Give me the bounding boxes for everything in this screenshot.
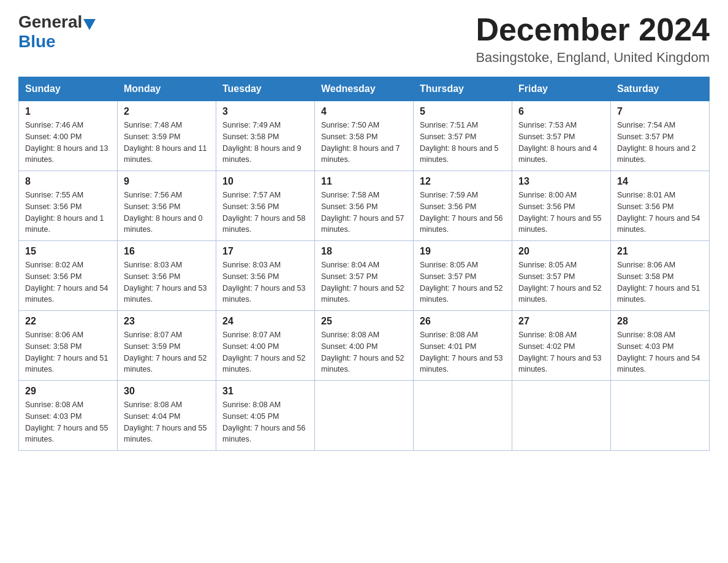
day-number: 1 [25,106,111,117]
day-info: Sunrise: 7:48 AMSunset: 3:59 PMDaylight:… [124,120,210,166]
day-number: 21 [617,246,703,257]
calendar-week-row: 22Sunrise: 8:06 AMSunset: 3:58 PMDayligh… [19,311,710,381]
day-info: Sunrise: 8:08 AMSunset: 4:02 PMDaylight:… [518,329,604,375]
calendar-cell [414,381,512,451]
calendar-cell: 6Sunrise: 7:53 AMSunset: 3:57 PMDaylight… [512,101,611,171]
day-info: Sunrise: 7:57 AMSunset: 3:56 PMDaylight:… [222,190,308,236]
calendar-cell: 31Sunrise: 8:08 AMSunset: 4:05 PMDayligh… [216,381,315,451]
day-number: 30 [124,386,210,397]
day-info: Sunrise: 7:54 AMSunset: 3:57 PMDaylight:… [617,120,703,166]
day-number: 20 [518,246,604,257]
calendar-cell: 23Sunrise: 8:07 AMSunset: 3:59 PMDayligh… [118,311,216,381]
calendar-cell: 5Sunrise: 7:51 AMSunset: 3:57 PMDaylight… [414,101,512,171]
calendar-cell: 18Sunrise: 8:04 AMSunset: 3:57 PMDayligh… [315,241,414,311]
day-info: Sunrise: 7:59 AMSunset: 3:56 PMDaylight:… [420,190,506,236]
calendar-cell: 13Sunrise: 8:00 AMSunset: 3:56 PMDayligh… [512,171,611,241]
calendar-cell: 11Sunrise: 7:58 AMSunset: 3:56 PMDayligh… [315,171,414,241]
calendar-cell: 26Sunrise: 8:08 AMSunset: 4:01 PMDayligh… [414,311,512,381]
calendar-table: SundayMondayTuesdayWednesdayThursdayFrid… [18,77,710,451]
calendar-cell: 20Sunrise: 8:05 AMSunset: 3:57 PMDayligh… [512,241,611,311]
day-number: 3 [222,106,308,117]
day-number: 22 [25,316,111,327]
day-number: 26 [420,316,506,327]
calendar-cell: 25Sunrise: 8:08 AMSunset: 4:00 PMDayligh… [315,311,414,381]
day-number: 27 [518,316,604,327]
day-info: Sunrise: 8:05 AMSunset: 3:57 PMDaylight:… [518,259,604,305]
logo-arrow-icon [83,19,96,30]
logo-general: General [18,12,82,32]
logo-blue: Blue [18,32,56,51]
day-number: 15 [25,246,111,257]
calendar-cell: 22Sunrise: 8:06 AMSunset: 3:58 PMDayligh… [19,311,118,381]
day-info: Sunrise: 8:07 AMSunset: 3:59 PMDaylight:… [124,329,210,375]
calendar-week-row: 1Sunrise: 7:46 AMSunset: 4:00 PMDaylight… [19,101,710,171]
day-number: 29 [25,386,111,397]
header-sunday: Sunday [19,77,118,101]
day-info: Sunrise: 8:08 AMSunset: 4:05 PMDaylight:… [222,399,308,445]
calendar-cell [611,381,710,451]
day-info: Sunrise: 8:06 AMSunset: 3:58 PMDaylight:… [617,259,703,305]
day-number: 28 [617,316,703,327]
day-info: Sunrise: 7:51 AMSunset: 3:57 PMDaylight:… [420,120,506,166]
day-number: 6 [518,106,604,117]
calendar-cell: 29Sunrise: 8:08 AMSunset: 4:03 PMDayligh… [19,381,118,451]
calendar-cell: 24Sunrise: 8:07 AMSunset: 4:00 PMDayligh… [216,311,315,381]
calendar-cell: 17Sunrise: 8:03 AMSunset: 3:56 PMDayligh… [216,241,315,311]
day-info: Sunrise: 7:53 AMSunset: 3:57 PMDaylight:… [518,120,604,166]
day-info: Sunrise: 8:06 AMSunset: 3:58 PMDaylight:… [25,329,111,375]
day-number: 12 [420,176,506,187]
day-info: Sunrise: 7:49 AMSunset: 3:58 PMDaylight:… [222,120,308,166]
day-info: Sunrise: 7:46 AMSunset: 4:00 PMDaylight:… [25,120,111,166]
day-number: 8 [25,176,111,187]
calendar-cell: 27Sunrise: 8:08 AMSunset: 4:02 PMDayligh… [512,311,611,381]
day-info: Sunrise: 8:01 AMSunset: 3:56 PMDaylight:… [617,190,703,236]
calendar-cell: 15Sunrise: 8:02 AMSunset: 3:56 PMDayligh… [19,241,118,311]
calendar-cell: 19Sunrise: 8:05 AMSunset: 3:57 PMDayligh… [414,241,512,311]
day-number: 31 [222,386,308,397]
calendar-cell: 10Sunrise: 7:57 AMSunset: 3:56 PMDayligh… [216,171,315,241]
day-info: Sunrise: 8:02 AMSunset: 3:56 PMDaylight:… [25,259,111,305]
calendar-cell: 21Sunrise: 8:06 AMSunset: 3:58 PMDayligh… [611,241,710,311]
page-header: General Blue December 2024 Basingstoke, … [18,12,710,66]
day-info: Sunrise: 8:08 AMSunset: 4:04 PMDaylight:… [124,399,210,445]
header-monday: Monday [118,77,216,101]
calendar-cell: 4Sunrise: 7:50 AMSunset: 3:58 PMDaylight… [315,101,414,171]
calendar-subtitle: Basingstoke, England, United Kingdom [476,50,710,66]
header-thursday: Thursday [414,77,512,101]
calendar-cell: 8Sunrise: 7:55 AMSunset: 3:56 PMDaylight… [19,171,118,241]
day-info: Sunrise: 7:58 AMSunset: 3:56 PMDaylight:… [321,190,407,236]
calendar-cell: 30Sunrise: 8:08 AMSunset: 4:04 PMDayligh… [118,381,216,451]
calendar-cell: 9Sunrise: 7:56 AMSunset: 3:56 PMDaylight… [118,171,216,241]
day-number: 17 [222,246,308,257]
day-info: Sunrise: 7:56 AMSunset: 3:56 PMDaylight:… [124,190,210,236]
calendar-cell: 3Sunrise: 7:49 AMSunset: 3:58 PMDaylight… [216,101,315,171]
day-number: 25 [321,316,407,327]
calendar-week-row: 29Sunrise: 8:08 AMSunset: 4:03 PMDayligh… [19,381,710,451]
day-info: Sunrise: 7:55 AMSunset: 3:56 PMDaylight:… [25,190,111,236]
day-number: 16 [124,246,210,257]
day-info: Sunrise: 8:00 AMSunset: 3:56 PMDaylight:… [518,190,604,236]
day-info: Sunrise: 8:03 AMSunset: 3:56 PMDaylight:… [124,259,210,305]
header-saturday: Saturday [611,77,710,101]
day-info: Sunrise: 8:08 AMSunset: 4:03 PMDaylight:… [617,329,703,375]
calendar-week-row: 15Sunrise: 8:02 AMSunset: 3:56 PMDayligh… [19,241,710,311]
header-tuesday: Tuesday [216,77,315,101]
calendar-cell: 1Sunrise: 7:46 AMSunset: 4:00 PMDaylight… [19,101,118,171]
day-number: 13 [518,176,604,187]
day-number: 24 [222,316,308,327]
day-info: Sunrise: 8:04 AMSunset: 3:57 PMDaylight:… [321,259,407,305]
logo: General Blue [18,12,96,52]
day-number: 9 [124,176,210,187]
day-number: 19 [420,246,506,257]
header-friday: Friday [512,77,611,101]
day-info: Sunrise: 8:05 AMSunset: 3:57 PMDaylight:… [420,259,506,305]
day-info: Sunrise: 8:03 AMSunset: 3:56 PMDaylight:… [222,259,308,305]
title-block: December 2024 Basingstoke, England, Unit… [476,12,710,66]
calendar-cell: 2Sunrise: 7:48 AMSunset: 3:59 PMDaylight… [118,101,216,171]
day-info: Sunrise: 8:08 AMSunset: 4:00 PMDaylight:… [321,329,407,375]
calendar-cell: 7Sunrise: 7:54 AMSunset: 3:57 PMDaylight… [611,101,710,171]
calendar-cell: 14Sunrise: 8:01 AMSunset: 3:56 PMDayligh… [611,171,710,241]
calendar-header-row: SundayMondayTuesdayWednesdayThursdayFrid… [19,77,710,101]
day-number: 2 [124,106,210,117]
day-number: 23 [124,316,210,327]
